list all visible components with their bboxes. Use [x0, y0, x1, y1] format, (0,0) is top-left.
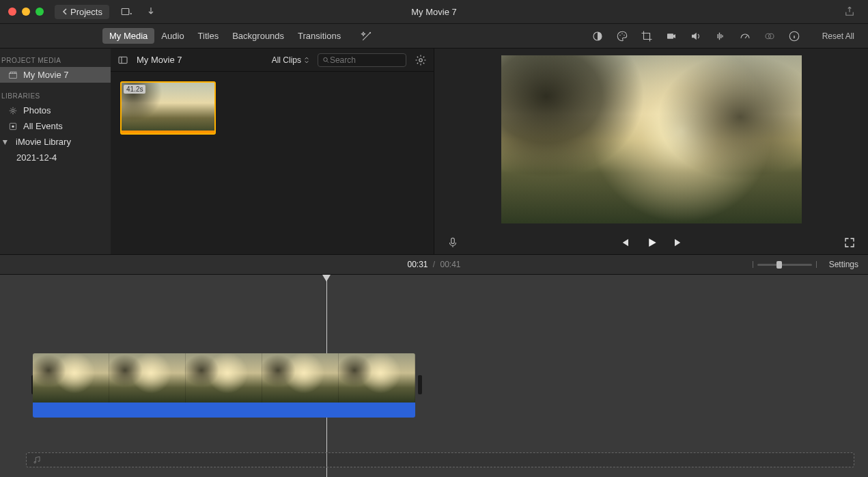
- next-button[interactable]: [673, 236, 685, 249]
- equalizer-icon: [714, 30, 727, 42]
- svg-rect-6: [667, 33, 673, 39]
- svg-point-5: [624, 34, 625, 36]
- enhance-button[interactable]: [360, 29, 374, 43]
- browser-settings-button[interactable]: [415, 54, 427, 66]
- skip-forward-icon: [673, 236, 685, 249]
- download-button[interactable]: [145, 5, 157, 18]
- tab-transitions[interactable]: Transitions: [291, 28, 348, 44]
- clip-filter-label: All Clips: [272, 55, 301, 65]
- reset-all-button[interactable]: Reset All: [822, 31, 854, 41]
- search-icon: [322, 56, 330, 64]
- import-media-button[interactable]: [120, 5, 132, 18]
- sidebar-photos-label: Photos: [23, 105, 51, 115]
- clapperboard-icon: [8, 70, 18, 80]
- tab-my-media[interactable]: My Media: [102, 28, 154, 44]
- projects-label: Projects: [70, 7, 102, 17]
- sidebar-event-label: 2021-12-4: [16, 152, 57, 163]
- minimize-window-button[interactable]: [22, 8, 30, 16]
- search-field-wrapper[interactable]: [318, 53, 406, 67]
- noise-reduction-button[interactable]: [714, 30, 727, 42]
- library-sidebar: PROJECT MEDIA My Movie 7 LIBRARIES Photo…: [0, 49, 111, 254]
- sidebar-toggle-icon: [117, 55, 128, 66]
- star-box-icon: [8, 122, 18, 131]
- zoom-window-button[interactable]: [36, 8, 44, 16]
- camera-icon: [665, 30, 677, 42]
- browser-header: My Movie 7 All Clips: [111, 49, 434, 72]
- total-time: 00:41: [440, 260, 461, 269]
- speedometer-icon: [739, 30, 751, 42]
- current-time: 00:31: [407, 260, 428, 269]
- viewer: [434, 49, 868, 254]
- zoom-slider[interactable]: [750, 261, 820, 268]
- sidebar-item-imovie-library[interactable]: ▶ iMovie Library: [0, 134, 111, 150]
- svg-rect-13: [119, 57, 127, 63]
- tab-audio[interactable]: Audio: [154, 28, 191, 44]
- play-button[interactable]: [645, 236, 658, 249]
- browser-title: My Movie 7: [137, 55, 182, 65]
- color-correction-button[interactable]: [616, 30, 628, 42]
- music-note-icon: [32, 455, 42, 465]
- crop-button[interactable]: [641, 30, 653, 42]
- svg-point-1: [130, 13, 132, 14]
- palette-icon: [616, 30, 628, 42]
- color-balance-button[interactable]: [591, 30, 604, 42]
- timeline-clip[interactable]: [33, 353, 415, 418]
- preview-frame: [501, 55, 802, 223]
- svg-point-8: [768, 33, 774, 39]
- chevron-left-icon: [61, 8, 68, 15]
- sidebar-library-label: iMovie Library: [16, 137, 71, 147]
- svg-point-4: [621, 33, 623, 34]
- timeline-header: 00:31 / 00:41 Settings: [0, 254, 868, 275]
- viewer-controls: [434, 230, 868, 254]
- speed-button[interactable]: [739, 30, 751, 42]
- stabilization-button[interactable]: [665, 30, 677, 42]
- svg-rect-16: [451, 238, 455, 243]
- timeline[interactable]: [0, 275, 868, 477]
- sidebar-item-photos[interactable]: Photos: [0, 103, 111, 118]
- previous-button[interactable]: [618, 236, 630, 249]
- viewer-canvas[interactable]: [434, 49, 868, 230]
- volume-button[interactable]: [690, 30, 702, 42]
- timecode-display: 00:31 / 00:41: [407, 260, 460, 269]
- titlebar: Projects My Movie 7: [0, 0, 868, 23]
- background-audio-track[interactable]: [26, 452, 854, 467]
- svg-point-14: [324, 57, 327, 61]
- microphone-icon: [447, 236, 459, 249]
- clip-thumbnail[interactable]: 41.2s: [120, 81, 216, 135]
- sidebar-item-event[interactable]: 2021-12-4: [0, 150, 111, 165]
- fullscreen-button[interactable]: [843, 236, 856, 249]
- clip-filter-dropdown[interactable]: All Clips: [272, 55, 309, 65]
- speaker-icon: [690, 30, 702, 42]
- zoom-knob[interactable]: [776, 261, 782, 269]
- search-input[interactable]: [330, 55, 402, 65]
- svg-point-3: [619, 34, 621, 36]
- disclosure-triangle-icon[interactable]: ▶: [2, 139, 9, 144]
- sidebar-project-label: My Movie 7: [23, 70, 68, 80]
- clip-duration-badge: 41.2s: [124, 85, 145, 94]
- libraries-header: LIBRARIES: [0, 90, 111, 103]
- media-tabs: My Media Audio Titles Backgrounds Transi…: [102, 28, 348, 44]
- play-icon: [645, 236, 658, 249]
- clip-filter-button[interactable]: [764, 30, 776, 42]
- sidebar-item-project[interactable]: My Movie 7: [0, 67, 111, 83]
- time-separator: /: [433, 260, 435, 269]
- clip-audio-track: [33, 403, 415, 418]
- close-window-button[interactable]: [8, 8, 16, 16]
- share-icon: [843, 5, 856, 18]
- gear-icon: [415, 54, 427, 66]
- sidebar-item-all-events[interactable]: All Events: [0, 118, 111, 134]
- tab-titles[interactable]: Titles: [191, 28, 226, 44]
- clip-handle-right[interactable]: [418, 375, 422, 394]
- window-title: My Movie 7: [411, 7, 456, 17]
- overlap-circles-icon: [764, 30, 776, 42]
- projects-back-button[interactable]: Projects: [55, 5, 109, 19]
- tab-backgrounds[interactable]: Backgrounds: [225, 28, 291, 44]
- toggle-sidebar-button[interactable]: [117, 55, 128, 66]
- info-button[interactable]: [788, 30, 800, 42]
- voiceover-button[interactable]: [447, 236, 459, 249]
- share-button[interactable]: [843, 5, 856, 18]
- timeline-settings-button[interactable]: Settings: [829, 260, 858, 269]
- clip-browser: My Movie 7 All Clips 41.2s: [111, 49, 434, 254]
- color-balance-icon: [591, 30, 604, 42]
- clips-area: 41.2s: [111, 72, 434, 254]
